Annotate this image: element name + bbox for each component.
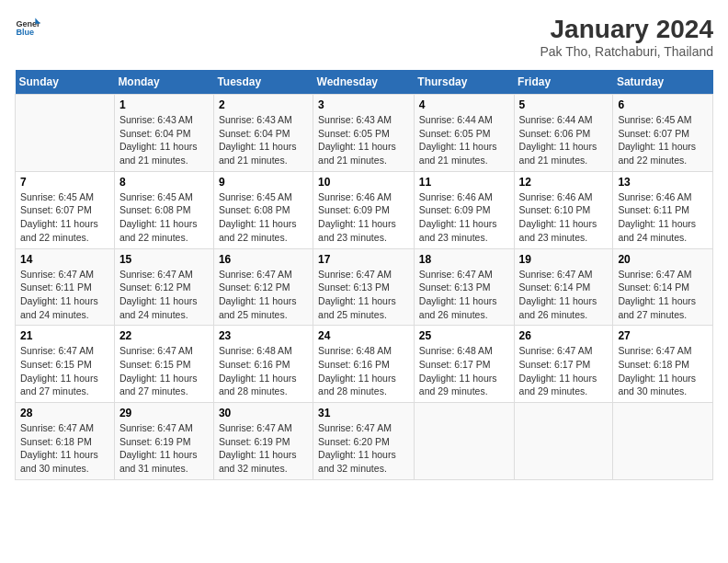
day-number: 28 <box>20 407 109 419</box>
day-info: Sunrise: 6:47 AMSunset: 6:15 PMDaylight:… <box>20 344 109 398</box>
title-area: January 2024 Pak Tho, Ratchaburi, Thaila… <box>540 15 713 59</box>
day-info: Sunrise: 6:46 AMSunset: 6:09 PMDaylight:… <box>419 190 509 245</box>
day-number: 11 <box>419 176 509 189</box>
day-number: 22 <box>119 329 209 342</box>
day-number: 20 <box>618 253 708 266</box>
calendar-cell: 13Sunrise: 6:46 AMSunset: 6:11 PMDayligh… <box>613 171 713 248</box>
header-tuesday: Tuesday <box>213 70 313 95</box>
day-number: 15 <box>119 253 209 266</box>
day-number: 9 <box>219 176 308 189</box>
calendar-cell: 24Sunrise: 6:48 AMSunset: 6:16 PMDayligh… <box>313 326 415 403</box>
calendar-cell: 18Sunrise: 6:47 AMSunset: 6:13 PMDayligh… <box>414 248 514 326</box>
calendar-cell: 6Sunrise: 6:45 AMSunset: 6:07 PMDaylight… <box>613 95 713 172</box>
day-info: Sunrise: 6:44 AMSunset: 6:05 PMDaylight:… <box>419 113 509 167</box>
day-number: 7 <box>20 176 109 189</box>
calendar-cell: 20Sunrise: 6:47 AMSunset: 6:14 PMDayligh… <box>613 248 713 326</box>
day-info: Sunrise: 6:43 AMSunset: 6:05 PMDaylight:… <box>318 113 409 167</box>
calendar-cell: 2Sunrise: 6:43 AMSunset: 6:04 PMDaylight… <box>213 95 313 172</box>
calendar-cell: 31Sunrise: 6:47 AMSunset: 6:20 PMDayligh… <box>313 403 415 480</box>
week-row-5: 28Sunrise: 6:47 AMSunset: 6:18 PMDayligh… <box>16 403 713 480</box>
day-info: Sunrise: 6:47 AMSunset: 6:20 PMDaylight:… <box>318 421 409 476</box>
header-row: SundayMondayTuesdayWednesdayThursdayFrid… <box>16 70 713 95</box>
week-row-2: 7Sunrise: 6:45 AMSunset: 6:07 PMDaylight… <box>16 171 713 248</box>
day-number: 1 <box>119 98 209 111</box>
day-number: 3 <box>318 98 409 111</box>
calendar-cell: 23Sunrise: 6:48 AMSunset: 6:16 PMDayligh… <box>213 326 313 403</box>
day-info: Sunrise: 6:45 AMSunset: 6:08 PMDaylight:… <box>219 190 308 245</box>
page-header: General Blue January 2024 Pak Tho, Ratch… <box>15 15 713 59</box>
header-thursday: Thursday <box>414 70 514 95</box>
calendar-cell: 3Sunrise: 6:43 AMSunset: 6:05 PMDaylight… <box>313 95 415 172</box>
day-info: Sunrise: 6:45 AMSunset: 6:08 PMDaylight:… <box>119 190 209 245</box>
day-number: 19 <box>519 253 609 266</box>
day-number: 25 <box>419 329 509 342</box>
calendar-cell: 16Sunrise: 6:47 AMSunset: 6:12 PMDayligh… <box>213 248 313 326</box>
day-number: 23 <box>219 329 308 342</box>
day-info: Sunrise: 6:48 AMSunset: 6:16 PMDaylight:… <box>219 344 308 398</box>
day-info: Sunrise: 6:45 AMSunset: 6:07 PMDaylight:… <box>618 113 708 167</box>
calendar-cell: 7Sunrise: 6:45 AMSunset: 6:07 PMDaylight… <box>16 171 115 248</box>
day-number: 14 <box>20 253 109 266</box>
day-info: Sunrise: 6:46 AMSunset: 6:09 PMDaylight:… <box>318 190 409 245</box>
calendar-cell: 17Sunrise: 6:47 AMSunset: 6:13 PMDayligh… <box>313 248 415 326</box>
calendar-cell: 19Sunrise: 6:47 AMSunset: 6:14 PMDayligh… <box>514 248 613 326</box>
main-title: January 2024 <box>540 15 713 44</box>
day-info: Sunrise: 6:47 AMSunset: 6:14 PMDaylight:… <box>618 268 708 322</box>
header-saturday: Saturday <box>613 70 713 95</box>
week-row-3: 14Sunrise: 6:47 AMSunset: 6:11 PMDayligh… <box>16 248 713 326</box>
calendar-table: SundayMondayTuesdayWednesdayThursdayFrid… <box>15 70 713 480</box>
day-info: Sunrise: 6:47 AMSunset: 6:17 PMDaylight:… <box>519 344 609 398</box>
calendar-cell: 28Sunrise: 6:47 AMSunset: 6:18 PMDayligh… <box>16 403 115 480</box>
day-info: Sunrise: 6:46 AMSunset: 6:10 PMDaylight:… <box>519 190 609 245</box>
calendar-cell: 21Sunrise: 6:47 AMSunset: 6:15 PMDayligh… <box>16 326 115 403</box>
calendar-cell <box>16 95 115 172</box>
day-info: Sunrise: 6:45 AMSunset: 6:07 PMDaylight:… <box>20 190 109 245</box>
calendar-cell: 27Sunrise: 6:47 AMSunset: 6:18 PMDayligh… <box>613 326 713 403</box>
calendar-cell: 8Sunrise: 6:45 AMSunset: 6:08 PMDaylight… <box>114 171 213 248</box>
day-info: Sunrise: 6:47 AMSunset: 6:14 PMDaylight:… <box>519 268 609 322</box>
calendar-cell: 1Sunrise: 6:43 AMSunset: 6:04 PMDaylight… <box>114 95 213 172</box>
day-number: 13 <box>618 176 708 189</box>
day-info: Sunrise: 6:46 AMSunset: 6:11 PMDaylight:… <box>618 190 708 245</box>
calendar-cell: 25Sunrise: 6:48 AMSunset: 6:17 PMDayligh… <box>414 326 514 403</box>
day-number: 4 <box>419 98 509 111</box>
day-number: 2 <box>219 98 308 111</box>
day-info: Sunrise: 6:47 AMSunset: 6:19 PMDaylight:… <box>219 421 308 476</box>
subtitle: Pak Tho, Ratchaburi, Thailand <box>540 44 713 59</box>
calendar-cell: 11Sunrise: 6:46 AMSunset: 6:09 PMDayligh… <box>414 171 514 248</box>
week-row-1: 1Sunrise: 6:43 AMSunset: 6:04 PMDaylight… <box>16 95 713 172</box>
calendar-cell: 14Sunrise: 6:47 AMSunset: 6:11 PMDayligh… <box>16 248 115 326</box>
day-info: Sunrise: 6:47 AMSunset: 6:18 PMDaylight:… <box>20 421 109 476</box>
day-number: 8 <box>119 176 209 189</box>
day-info: Sunrise: 6:43 AMSunset: 6:04 PMDaylight:… <box>119 113 209 167</box>
day-info: Sunrise: 6:47 AMSunset: 6:12 PMDaylight:… <box>119 268 209 322</box>
day-number: 10 <box>318 176 409 189</box>
day-number: 17 <box>318 253 409 266</box>
day-number: 16 <box>219 253 308 266</box>
day-info: Sunrise: 6:47 AMSunset: 6:13 PMDaylight:… <box>419 268 509 322</box>
calendar-cell: 5Sunrise: 6:44 AMSunset: 6:06 PMDaylight… <box>514 95 613 172</box>
day-number: 12 <box>519 176 609 189</box>
header-wednesday: Wednesday <box>313 70 415 95</box>
header-friday: Friday <box>514 70 613 95</box>
day-info: Sunrise: 6:48 AMSunset: 6:17 PMDaylight:… <box>419 344 509 398</box>
day-info: Sunrise: 6:47 AMSunset: 6:13 PMDaylight:… <box>318 268 409 322</box>
calendar-cell: 4Sunrise: 6:44 AMSunset: 6:05 PMDaylight… <box>414 95 514 172</box>
day-info: Sunrise: 6:47 AMSunset: 6:15 PMDaylight:… <box>119 344 209 398</box>
day-info: Sunrise: 6:47 AMSunset: 6:11 PMDaylight:… <box>20 268 109 322</box>
calendar-cell: 30Sunrise: 6:47 AMSunset: 6:19 PMDayligh… <box>213 403 313 480</box>
day-info: Sunrise: 6:43 AMSunset: 6:04 PMDaylight:… <box>219 113 308 167</box>
logo: General Blue <box>15 15 40 40</box>
calendar-cell <box>514 403 613 480</box>
day-number: 18 <box>419 253 509 266</box>
calendar-cell: 26Sunrise: 6:47 AMSunset: 6:17 PMDayligh… <box>514 326 613 403</box>
day-number: 24 <box>318 329 409 342</box>
week-row-4: 21Sunrise: 6:47 AMSunset: 6:15 PMDayligh… <box>16 326 713 403</box>
svg-text:Blue: Blue <box>16 28 34 37</box>
calendar-cell: 10Sunrise: 6:46 AMSunset: 6:09 PMDayligh… <box>313 171 415 248</box>
calendar-cell <box>414 403 514 480</box>
header-monday: Monday <box>114 70 213 95</box>
day-number: 6 <box>618 98 708 111</box>
calendar-cell: 29Sunrise: 6:47 AMSunset: 6:19 PMDayligh… <box>114 403 213 480</box>
day-info: Sunrise: 6:47 AMSunset: 6:12 PMDaylight:… <box>219 268 308 322</box>
